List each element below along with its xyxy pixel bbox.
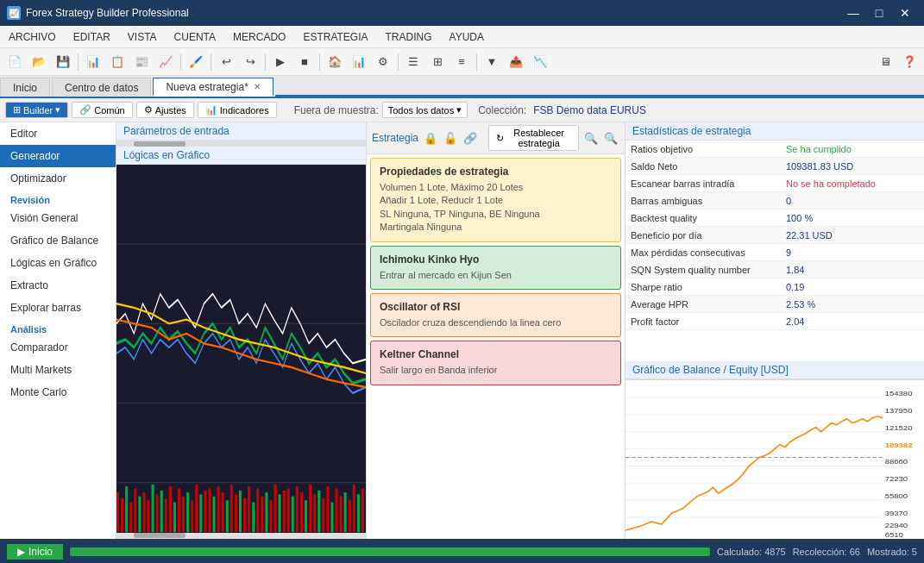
toolbar-stop[interactable]: ■ [293,52,316,72]
toolbar-list2[interactable]: ≡ [450,52,473,72]
stat-row: Beneficio por día22.31 USD [625,227,924,244]
start-button[interactable]: ▶ Inicio [7,544,63,560]
svg-text:109382: 109382 [885,441,913,448]
toolbar-list[interactable]: ☰ [402,52,424,72]
sidebar-item-optimizer[interactable]: Optimizador [0,167,116,190]
title-bar-left: 📈 Forex Strategy Builder Professional [7,6,189,20]
sidebar-item-balance[interactable]: Gráfico de Balance [0,229,116,252]
svg-rect-33 [239,491,242,532]
tab-inicio[interactable]: Inicio [0,78,50,97]
chart-icon: 📊 [205,104,217,116]
indicators-btn[interactable]: 📊 Indicadores [198,102,277,118]
lock-icon-btn[interactable]: 🔒 [422,128,438,148]
toolbar-new[interactable]: 📄 [3,52,26,72]
stat-row: Barras ambiguas0 [625,192,924,210]
params-scrollbar-thumb[interactable] [134,141,185,147]
strategy-card-properties[interactable]: Propiedades de estrategia Volumen 1 Lote… [370,158,621,242]
toolbar-btn6[interactable]: 📰 [130,52,153,72]
title-controls[interactable]: — □ ✕ [841,3,917,22]
params-header: Parámetros de entrada [116,122,366,141]
menu-trading[interactable]: TRADING [377,26,441,47]
toolbar-export[interactable]: 📤 [505,52,527,72]
svg-rect-7 [125,487,128,533]
close-button[interactable]: ✕ [893,3,917,22]
zoom-in-btn[interactable]: 🔍 [582,128,599,148]
svg-rect-9 [134,489,136,533]
main-content: Editor Generador Optimizador Revisión Vi… [0,122,924,539]
sidebar-item-extracto[interactable]: Extracto [0,274,116,297]
toolbar-gear[interactable]: ⚙ [372,52,394,72]
reset-strategy-btn[interactable]: ↻ Restablecer estrategia [488,125,580,151]
maximize-button[interactable]: □ [867,3,891,22]
toolbar-undo[interactable]: ↩ [215,52,237,72]
stats-list: Ratios objetivoSe ha cumplidoSaldo Neto1… [625,141,924,361]
chart-scrollbar-h[interactable] [116,533,366,539]
svg-rect-13 [152,485,154,532]
menu-editar[interactable]: EDITAR [65,26,119,47]
link-icon-btn[interactable]: 🔗 [462,128,479,148]
sidebar-item-editor[interactable]: Editor [0,122,116,145]
sidebar-item-vision[interactable]: Visión General [0,207,116,229]
card-properties-title: Propiedades de estrategia [380,166,612,178]
minimize-button[interactable]: — [841,3,865,22]
svg-rect-32 [235,495,237,533]
svg-rect-23 [195,485,198,532]
toolbar-btn4[interactable]: 📊 [82,52,104,72]
unlock-icon-btn[interactable]: 🔓 [442,128,458,148]
strategy-card-ichimoku[interactable]: Ichimoku Kinko Hyo Entrar al mercado en … [370,246,621,290]
menu-vista[interactable]: VISTA [119,26,166,47]
svg-rect-42 [279,495,281,533]
menu-mercado[interactable]: MERCADO [224,26,294,47]
toolbar-data[interactable]: 📊 [348,52,370,72]
toolbar-save[interactable]: 💾 [52,52,74,72]
tab-centro-datos[interactable]: Centro de datos [52,78,151,97]
dropdown-chevron: ▾ [456,104,462,116]
menu-cuenta[interactable]: CUENTA [166,26,224,47]
toolbar-paint[interactable]: 🖌️ [185,52,207,72]
toolbar-btn5[interactable]: 📋 [106,52,129,72]
toolbar-monitor[interactable]: 🖥 [874,52,896,72]
center-area: Parámetros de entrada Nombre de perfilDe… [116,122,924,539]
params-scrollbar-h[interactable] [116,141,366,147]
sidebar-item-explore[interactable]: Explorar barras [0,297,116,319]
toolbar-home[interactable]: 🏠 [324,52,346,72]
svg-rect-43 [283,491,286,532]
toolbar-filter[interactable]: ▼ [481,52,503,72]
toolbar-open[interactable]: 📂 [28,52,50,72]
svg-text:39370: 39370 [885,510,908,517]
toolbar-grid[interactable]: ⊞ [426,52,449,72]
menu-ayuda[interactable]: AYUDA [441,26,493,47]
svg-rect-61 [361,489,364,533]
strategy-card-rsi[interactable]: Oscillator of RSI Oscilador cruza descen… [370,293,621,337]
builder-btn[interactable]: ⊞ Builder ▾ [5,102,68,118]
toolbar-btn7[interactable]: 📈 [154,52,177,72]
menu-estrategia[interactable]: ESTRATEGIA [294,26,376,47]
toolbar-play[interactable]: ▶ [269,52,292,72]
common-btn[interactable]: 🔗 Común [72,102,132,118]
toolbar-redo[interactable]: ↪ [239,52,261,72]
sidebar-item-generator[interactable]: Generador [0,145,116,167]
menu-archivo[interactable]: ARCHIVO [0,26,65,47]
svg-rect-16 [165,498,167,532]
toolbar-help[interactable]: ❓ [898,52,921,72]
svg-rect-34 [243,498,246,532]
sidebar-item-monte[interactable]: Monte Carlo [0,381,116,403]
zoom-out-btn[interactable]: 🔍 [603,128,619,148]
sidebar-item-logics[interactable]: Lógicas en Gráfico [0,252,116,274]
toolbar-chart2[interactable]: 📉 [529,52,551,72]
toolbar-sep4 [265,53,266,71]
tab-close-icon[interactable]: ✕ [254,82,261,91]
sidebar-item-multi[interactable]: Multi Markets [0,359,116,381]
sidebar-item-comparador[interactable]: Comparador [0,336,116,359]
tab-nueva-estrategia[interactable]: Nueva estrategia* ✕ [153,78,273,97]
card-ichimoku-title: Ichimoku Kinko Hyo [380,253,612,266]
settings-btn[interactable]: ⚙ Ajustes [136,102,194,118]
stat-row: Backtest quality100 % [625,210,924,227]
svg-rect-14 [156,495,159,533]
chart-scrollbar-thumb[interactable] [134,533,185,538]
dropdown-icon: ▾ [55,104,60,116]
svg-rect-6 [121,498,123,532]
strategy-card-keltner[interactable]: Keltner Channel Salir largo en Banda inf… [370,341,621,385]
alldata-dropdown[interactable]: Todos los datos ▾ [382,102,468,118]
link-icon: 🔗 [79,104,91,116]
